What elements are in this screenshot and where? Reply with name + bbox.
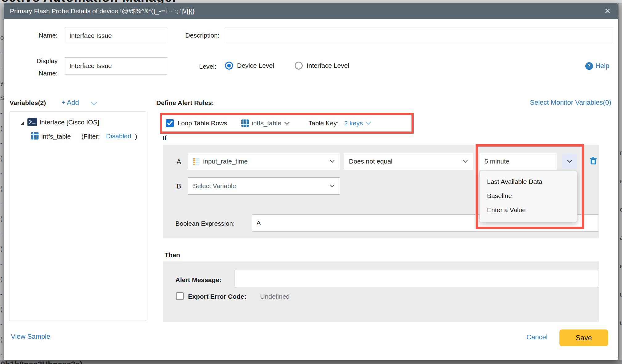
close-icon[interactable]: ✕ (604, 7, 611, 15)
chevron-down-icon[interactable] (284, 122, 290, 125)
level-option-interface-label: Interface Level (307, 62, 349, 69)
operator-value: Does not equal (349, 158, 392, 165)
add-variable-button[interactable]: + Add (61, 99, 79, 107)
table-icon (31, 132, 39, 140)
tree-expand-icon[interactable] (20, 121, 25, 125)
variables-tree-panel: Interface [Cisco IOS] intfs_table (Filte… (10, 111, 146, 321)
variable-a-dropdown[interactable]: input_rate_time (188, 153, 340, 170)
terminal-icon (27, 118, 37, 126)
cancel-button[interactable]: Cancel (526, 333, 547, 341)
help-link[interactable]: ? Help (585, 62, 609, 70)
loop-table-rows-label: Loop Table Rows (178, 119, 227, 127)
tree-filter-disabled-link[interactable]: Disabled (106, 132, 131, 140)
export-error-code-checkbox[interactable] (176, 292, 184, 300)
table-column-icon (193, 158, 199, 165)
background-right-fragments: n a c a a u u (620, 139, 622, 337)
compare-value-input[interactable] (480, 153, 557, 170)
tree-filter-prefix: (Filter: (81, 133, 100, 140)
menu-item-last-available-data[interactable]: Last Available Data (480, 175, 577, 189)
export-error-code-value: Undefined (260, 293, 290, 300)
checkmark-icon (167, 121, 173, 126)
then-section-box: Alert Message: Export Error Code: Undefi… (163, 261, 599, 322)
level-option-device-label: Device Level (237, 62, 274, 69)
chevron-down-icon (567, 160, 572, 163)
description-label: Description: (170, 32, 219, 39)
background-left-fragments: o -- y $ -( -( -( -( -( -( -( -( -( -( -… (0, 30, 4, 360)
display-name-input[interactable] (65, 57, 167, 75)
tree-child-label[interactable]: intfs_table (41, 133, 71, 140)
export-error-code-label: Export Error Code: (188, 293, 246, 300)
operand-b-label: B (177, 182, 181, 190)
tree-parent-label[interactable]: Interface [Cisco IOS] (39, 119, 99, 126)
select-monitor-variables-link[interactable]: Select Monitor Variables(0) (530, 99, 611, 107)
level-label: Level: (186, 63, 216, 70)
background-page-left: o -- y $ -( -( -( -( -( -( -( -( -( -( -… (0, 3, 4, 360)
table-key-label: Table Key: (308, 119, 338, 127)
trash-icon[interactable] (589, 156, 597, 165)
if-section-box: A input_rate_time Does not equal B Selec… (163, 145, 599, 238)
view-sample-link[interactable]: View Sample (11, 333, 50, 341)
loop-table-rows-checkbox[interactable] (166, 119, 174, 127)
menu-item-enter-a-value[interactable]: Enter a Value (480, 203, 577, 217)
table-icon (241, 119, 249, 127)
add-chevron-down-icon[interactable] (91, 102, 97, 106)
radio-checked-icon[interactable] (225, 62, 233, 70)
name-input[interactable] (65, 27, 167, 44)
background-page-title: ective Automation Manager (1, 0, 178, 3)
tree-filter-suffix: ) (135, 133, 137, 140)
background-page-bottom: 0b1b8pee2Ubgcac3e) (0, 360, 622, 364)
help-label: Help (595, 62, 609, 70)
help-icon: ? (585, 62, 593, 70)
variable-a-value: input_rate_time (203, 158, 248, 165)
variable-b-dropdown[interactable]: Select Variable (188, 177, 340, 195)
display-name-label: Display Name: (16, 55, 58, 79)
chevron-down-icon (330, 160, 335, 163)
chevron-down-icon (463, 160, 468, 163)
radio-unchecked-icon[interactable] (295, 62, 303, 70)
level-option-interface[interactable]: Interface Level (295, 62, 349, 70)
if-heading: If (163, 134, 167, 142)
background-bottom-text: 0b1b8pee2Ubgcac3e) (1, 360, 83, 364)
dialog-title: Primary Flash Probe Details of device !@… (10, 7, 194, 15)
define-alert-rules-heading: Define Alert Rules: (156, 99, 214, 107)
alert-message-input[interactable] (235, 270, 598, 287)
then-heading: Then (165, 251, 180, 259)
table-key-dropdown[interactable]: 2 keys (344, 119, 363, 127)
save-button[interactable]: Save (559, 330, 608, 346)
alert-message-label: Alert Message: (175, 276, 221, 284)
loop-table-rows-row: Loop Table Rows intfs_table Table Key: 2… (166, 119, 371, 127)
description-input[interactable] (225, 27, 614, 44)
chevron-down-icon (330, 184, 335, 188)
boolean-expression-label: Boolean Expression: (175, 220, 235, 227)
level-option-device[interactable]: Device Level (225, 62, 274, 70)
variable-b-placeholder: Select Variable (193, 182, 236, 190)
menu-item-baseline[interactable]: Baseline (480, 189, 577, 203)
name-label: Name: (16, 32, 58, 39)
chevron-down-icon[interactable] (365, 121, 371, 125)
compare-value-menu-button[interactable] (562, 153, 577, 169)
probe-details-dialog: Primary Flash Probe Details of device !@… (4, 3, 618, 360)
loop-table-name-dropdown[interactable]: intfs_table (252, 119, 281, 127)
compare-value-menu: Last Available Data Baseline Enter a Val… (479, 171, 577, 222)
operand-a-label: A (177, 158, 181, 166)
variables-title: Variables(2) (10, 99, 46, 107)
dialog-titlebar: Primary Flash Probe Details of device !@… (4, 3, 618, 19)
background-page-right: n a c a a u u (618, 3, 622, 360)
operator-dropdown[interactable]: Does not equal (344, 153, 473, 170)
background-page-top: ective Automation Manager (0, 0, 622, 3)
